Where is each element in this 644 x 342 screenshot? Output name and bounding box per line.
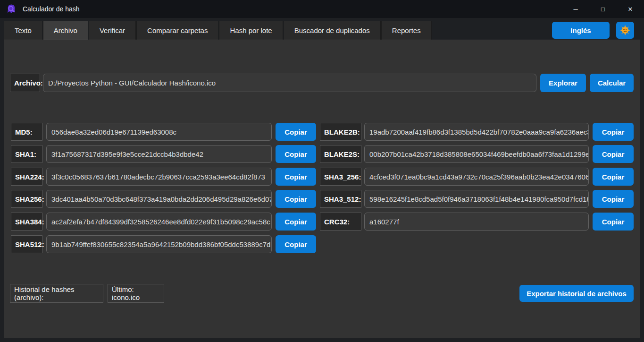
copy-button[interactable]: Copiar bbox=[593, 145, 634, 163]
hash-value-field[interactable]: 00b207b01ca42b3718d385808e65034f469beefd… bbox=[364, 145, 589, 163]
hash-label: BLAKE2S: bbox=[320, 145, 361, 163]
tab-hash-por-lote[interactable]: Hash por lote bbox=[219, 21, 283, 40]
archivo-tab-panel: Archivo: D:/Proyectos Python - GUI/Calcu… bbox=[4, 40, 640, 338]
copy-button[interactable]: Copiar bbox=[276, 123, 316, 141]
file-label: Archivo: bbox=[10, 74, 40, 92]
hash-value-field[interactable]: 3f3c0c056837637b61780adecbc72b90637cca25… bbox=[46, 168, 272, 186]
copy-button[interactable]: Copiar bbox=[276, 235, 316, 253]
hash-value-field[interactable]: 19adb7200aaf419fb86d3f1385bd5d422bf70782… bbox=[364, 123, 589, 141]
hash-value-field[interactable]: a160277f bbox=[364, 213, 589, 231]
sun-face-emoji-icon bbox=[619, 25, 631, 36]
hash-label: MD5: bbox=[11, 123, 42, 141]
explore-button[interactable]: Explorar bbox=[540, 74, 586, 92]
tab-verificar[interactable]: Verificar bbox=[89, 21, 136, 40]
export-history-button[interactable]: Exportar historial de archivos bbox=[519, 285, 634, 302]
tab-texto[interactable]: Texto bbox=[4, 21, 42, 40]
theme-toggle-button[interactable] bbox=[616, 22, 634, 39]
hash-row-sha384: SHA384: ac2af2efa7b47df84399df3258526246… bbox=[11, 213, 318, 231]
copy-button[interactable]: Copiar bbox=[276, 190, 316, 208]
copy-button[interactable]: Copiar bbox=[276, 168, 316, 186]
minimize-icon[interactable]: ─ bbox=[562, 0, 589, 18]
hash-label: SHA512: bbox=[11, 235, 42, 253]
hash-row-sha256: SHA256: 3dc401aa4b50a70d3bc648f373a419a0… bbox=[11, 190, 318, 208]
hash-value-field[interactable]: 3f1a75687317d395e9f3e5cce21dccb4b3dbde42 bbox=[46, 145, 272, 163]
copy-button[interactable]: Copiar bbox=[276, 145, 316, 163]
copy-button[interactable]: Copiar bbox=[276, 213, 316, 231]
hash-row-sha224: SHA224: 3f3c0c056837637b61780adecbc72b90… bbox=[11, 168, 318, 186]
header-actions: Inglés bbox=[552, 22, 634, 39]
hash-label: SHA1: bbox=[11, 145, 42, 163]
last-file-label: Último: icono.ico bbox=[108, 284, 164, 303]
tab-reportes[interactable]: Reportes bbox=[381, 21, 432, 40]
app-icon bbox=[6, 3, 17, 15]
copy-button[interactable]: Copiar bbox=[593, 213, 634, 231]
file-path-input[interactable]: D:/Proyectos Python - GUI/Calculador Has… bbox=[43, 74, 536, 92]
hash-label: SHA3_512: bbox=[320, 190, 361, 208]
app-window: Calculador de hash ─ □ ✕ Texto Archivo V… bbox=[0, 0, 644, 342]
maximize-icon[interactable]: □ bbox=[589, 0, 617, 18]
copy-button[interactable]: Copiar bbox=[593, 190, 634, 208]
close-icon[interactable]: ✕ bbox=[617, 0, 644, 18]
hash-value-field[interactable]: 056dae8a32ed06d19e671139ed63008c bbox=[46, 123, 272, 141]
window-title: Calculador de hash bbox=[23, 5, 80, 13]
hash-value-field[interactable]: 598e16245f1e8cd5ad5f0f946a3718063f1f48b4… bbox=[364, 190, 589, 208]
window-controls: ─ □ ✕ bbox=[562, 0, 644, 18]
hash-label: CRC32: bbox=[320, 213, 361, 231]
hash-row-md5: MD5: 056dae8a32ed06d19e671139ed63008c Co… bbox=[11, 123, 318, 141]
tab-comparar-carpetas[interactable]: Comparar carpetas bbox=[136, 21, 218, 40]
tab-archivo[interactable]: Archivo bbox=[43, 21, 88, 40]
titlebar: Calculador de hash ─ □ ✕ bbox=[0, 0, 644, 18]
hash-row-sha512: SHA512: 9b1ab749ffef830655c82354a5a96421… bbox=[11, 235, 318, 253]
hash-value-field[interactable]: 4cfced3f071ea0bc9a1cd43a9732c70ca25f396a… bbox=[364, 168, 589, 186]
hash-value-field[interactable]: 3dc401aa4b50a70d3bc648f373a419a0bda2dd20… bbox=[46, 190, 272, 208]
hash-row-sha3-256: SHA3_256: 4cfced3f071ea0bc9a1cd43a9732c7… bbox=[320, 168, 635, 186]
hash-row-sha3-512: SHA3_512: 598e16245f1e8cd5ad5f0f946a3718… bbox=[320, 190, 635, 208]
language-toggle-button[interactable]: Inglés bbox=[552, 22, 610, 39]
hash-label: BLAKE2B: bbox=[320, 123, 361, 141]
hash-value-field[interactable]: ac2af2efa7b47df84399df3258526246ee8dfd02… bbox=[46, 213, 272, 231]
hash-label: SHA3_256: bbox=[320, 168, 361, 186]
copy-button[interactable]: Copiar bbox=[593, 123, 634, 141]
hash-row-blake2s: BLAKE2S: 00b207b01ca42b3718d385808e65034… bbox=[320, 145, 635, 163]
hash-row-blake2b: BLAKE2B: 19adb7200aaf419fb86d3f1385bd5d4… bbox=[320, 123, 635, 141]
tab-strip: Texto Archivo Verificar Comparar carpeta… bbox=[4, 21, 432, 40]
hash-row-sha1: SHA1: 3f1a75687317d395e9f3e5cce21dccb4b3… bbox=[11, 145, 318, 163]
hash-row-crc32: CRC32: a160277f Copiar bbox=[320, 213, 635, 231]
hash-label: SHA384: bbox=[11, 213, 42, 231]
history-label: Historial de hashes (archivo): bbox=[10, 284, 103, 303]
hash-value-field[interactable]: 9b1ab749ffef830655c82354a5a9642152b09bdd… bbox=[46, 235, 272, 253]
calculate-button[interactable]: Calcular bbox=[590, 74, 634, 92]
hash-label: SHA256: bbox=[11, 190, 42, 208]
copy-button[interactable]: Copiar bbox=[593, 168, 634, 186]
hash-label: SHA224: bbox=[11, 168, 42, 186]
tab-buscador-duplicados[interactable]: Buscador de duplicados bbox=[284, 21, 381, 40]
